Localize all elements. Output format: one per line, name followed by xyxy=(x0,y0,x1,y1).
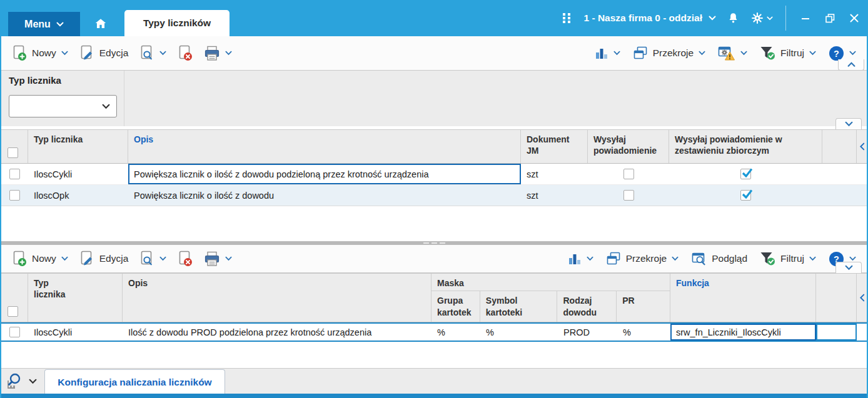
toolbar-upper: Nowy Edycja xyxy=(1,36,867,71)
cell-opis[interactable]: Ilość z dowodu PROD podzielona przez kro… xyxy=(123,324,431,341)
analysis-chart-button[interactable] xyxy=(589,46,626,60)
help-button[interactable]: ? xyxy=(823,46,862,61)
chevron-down-icon xyxy=(29,379,37,384)
cell-dokument-jm[interactable]: szt xyxy=(521,164,588,184)
apps-grid-button[interactable] xyxy=(560,9,575,27)
cell-grupa-kartotek[interactable]: % xyxy=(431,324,480,341)
list-search-button[interactable] xyxy=(6,372,37,390)
expand-lower-panel-button[interactable] xyxy=(835,262,862,273)
chevron-down-icon xyxy=(613,51,620,56)
titlebar: Menu Typy liczników 1 - Nasza firma 0 - … xyxy=(0,0,868,36)
zbiorcze-checkbox[interactable] xyxy=(740,169,751,179)
upper-grid-row-1[interactable]: IloscCykli Powiększa licznik o ilość z d… xyxy=(1,164,867,185)
upper-grid-header: Typ licznika Opis Dokument JM Wysyłaj po… xyxy=(1,129,867,164)
filter-button-lower[interactable]: Filtruj xyxy=(754,251,822,266)
typ-licznika-filter-select[interactable] xyxy=(9,95,117,117)
delete-button-lower[interactable] xyxy=(172,251,198,267)
column-header-pr[interactable]: PR xyxy=(617,291,670,322)
column-header-funkcja[interactable]: Funkcja xyxy=(670,274,816,322)
collapse-filter-panel-button[interactable] xyxy=(838,59,864,71)
print-button-lower[interactable] xyxy=(198,251,238,267)
cell-dokument-jm[interactable]: szt xyxy=(521,185,588,206)
bar-chart-icon xyxy=(595,46,608,60)
menu-button[interactable]: Menu xyxy=(8,12,80,36)
new-button-lower[interactable]: Nowy xyxy=(6,251,74,267)
lower-grid-row-1-selected[interactable]: IloscCykli Ilość z dowodu PROD podzielon… xyxy=(1,322,867,342)
titlebar-right-cluster: 1 - Nasza firma 0 - oddział xyxy=(560,0,862,36)
search-button-lower[interactable] xyxy=(134,251,172,267)
column-header-wysylaj-powiadomienie[interactable]: Wysyłaj powiadomienie xyxy=(588,130,669,163)
filter-label: Typ licznika xyxy=(9,75,61,86)
cell-opis[interactable]: Powiększa licznik o ilość z dowodu xyxy=(128,185,521,206)
chevron-left-icon xyxy=(859,142,865,151)
tab-typy-licznikow[interactable]: Typy liczników xyxy=(124,10,230,36)
window-border-left xyxy=(0,0,1,398)
search-button[interactable] xyxy=(134,45,172,61)
window-border-bottom xyxy=(0,394,868,398)
filter-button[interactable]: Filtruj xyxy=(754,46,822,61)
edit-button-lower[interactable]: Edycja xyxy=(74,251,134,267)
cell-typ-licznika[interactable]: IloscCykli xyxy=(28,324,123,341)
home-button[interactable] xyxy=(89,15,113,32)
przekroje-button-lower[interactable]: Przekroje xyxy=(600,251,684,266)
column-header-powiadomienie-zbiorcze[interactable]: Wysyłaj powiadomienie w zestawieniu zbio… xyxy=(669,130,822,163)
column-header-grupa-kartotek[interactable]: Grupa kartotek xyxy=(431,291,480,322)
tab-konfiguracja-naliczania-licznikow[interactable]: Konfiguracja naliczania liczników xyxy=(44,369,225,394)
column-header-dokument-jm[interactable]: Dokument JM xyxy=(521,130,588,163)
chevron-down-icon xyxy=(225,51,232,56)
print-button[interactable] xyxy=(198,46,238,61)
new-button[interactable]: Nowy xyxy=(6,45,74,61)
preview-button-label: Podgląd xyxy=(712,253,747,264)
company-selector-label: 1 - Nasza firma 0 - oddział xyxy=(584,12,703,24)
column-header-opis[interactable]: Opis xyxy=(128,130,521,163)
expand-filter-panel-button[interactable] xyxy=(835,118,862,129)
edit-button[interactable]: Edycja xyxy=(74,45,134,61)
wysylaj-checkbox[interactable] xyxy=(623,169,634,179)
help-icon: ? xyxy=(829,46,844,61)
cell-rodzaj-dowodu[interactable]: PROD xyxy=(558,324,617,341)
zbiorcze-checkbox[interactable] xyxy=(740,190,751,201)
select-all-checkbox[interactable] xyxy=(8,306,18,317)
upper-grid-row-2[interactable]: IloscOpk Powiększa licznik o ilość z dow… xyxy=(1,185,867,206)
przekroje-button-label: Przekroje xyxy=(626,253,667,264)
row-checkbox[interactable] xyxy=(9,327,20,337)
cell-pr[interactable]: % xyxy=(617,324,670,341)
cell-opis-focused[interactable]: Powiększa licznik o ilość z dowodu podzi… xyxy=(128,164,521,184)
row-checkbox[interactable] xyxy=(9,190,20,201)
minimize-button[interactable] xyxy=(798,9,813,27)
analysis-chart-button-lower[interactable] xyxy=(562,252,599,266)
cell-typ-licznika[interactable]: IloscOpk xyxy=(28,185,128,206)
new-document-icon xyxy=(12,45,27,61)
delete-document-icon xyxy=(178,251,193,267)
select-all-checkbox[interactable] xyxy=(8,147,18,158)
delete-button[interactable] xyxy=(172,45,198,61)
column-group-header-maska[interactable]: Maska xyxy=(431,274,670,291)
edit-document-icon xyxy=(79,45,94,61)
column-header-opis[interactable]: Opis xyxy=(123,274,431,322)
stacked-windows-icon xyxy=(606,251,621,266)
notifications-button[interactable] xyxy=(725,9,740,27)
cell-symbol-kartoteki[interactable]: % xyxy=(480,324,558,341)
chevron-down-icon xyxy=(159,51,166,56)
close-button[interactable] xyxy=(847,9,862,27)
column-header-rodzaj-dowodu[interactable]: Rodzaj dowodu xyxy=(557,291,617,322)
cell-typ-licznika[interactable]: IloscCykli xyxy=(28,164,128,184)
wysylaj-checkbox[interactable] xyxy=(623,190,634,201)
cell-funkcja-focused[interactable]: srw_fn_Liczniki_IloscCykli xyxy=(670,324,816,341)
preview-button[interactable]: Podgląd xyxy=(685,251,753,266)
restore-button[interactable] xyxy=(822,9,837,27)
przekroje-button[interactable]: Przekroje xyxy=(627,46,711,61)
column-header-typ-licznika[interactable]: Typ licznika xyxy=(28,274,123,322)
row-checkbox[interactable] xyxy=(9,169,20,179)
window-gear-warning-icon xyxy=(718,46,735,61)
chevron-down-icon xyxy=(61,256,68,261)
lower-grid-expand-columns-button[interactable] xyxy=(857,274,867,322)
company-selector[interactable]: 1 - Nasza firma 0 - oddział xyxy=(584,12,717,24)
apps-grid-icon xyxy=(562,12,572,24)
new-button-label: Nowy xyxy=(32,253,56,264)
column-header-typ-licznika[interactable]: Typ licznika xyxy=(28,130,128,163)
window-settings-button[interactable] xyxy=(712,46,753,61)
column-header-symbol-kartoteki[interactable]: Symbol kartoteki xyxy=(480,291,558,322)
settings-button[interactable] xyxy=(750,9,774,27)
upper-grid-expand-columns-button[interactable] xyxy=(857,130,867,163)
